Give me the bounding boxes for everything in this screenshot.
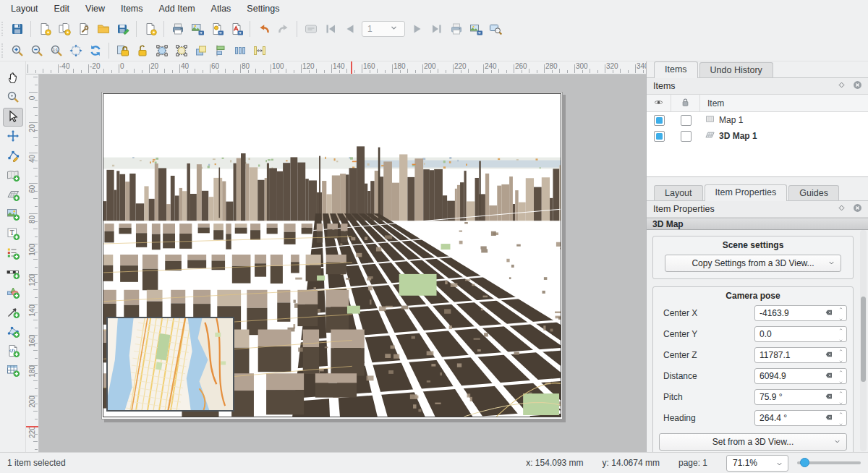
spin-arrows[interactable] [835, 390, 846, 404]
save-project-button[interactable] [7, 20, 27, 38]
clear-button[interactable] [822, 391, 835, 403]
distance-input[interactable] [755, 371, 822, 381]
undo-button[interactable] [254, 20, 273, 38]
zoom-out-button[interactable] [27, 41, 46, 60]
visibility-checkbox[interactable] [654, 131, 665, 142]
lock-checkbox[interactable] [681, 115, 692, 126]
layout-canvas[interactable] [39, 74, 646, 452]
slider-handle[interactable] [800, 458, 809, 467]
add-pages-button[interactable] [140, 20, 160, 38]
pitch-spinbox[interactable] [754, 389, 847, 405]
add-arrow-button[interactable] [3, 303, 23, 322]
print-atlas-button[interactable] [446, 20, 466, 38]
layout-page[interactable] [101, 92, 563, 419]
menu-add-item[interactable]: Add Item [151, 1, 203, 16]
lock-items-button[interactable] [113, 41, 132, 60]
export-pdf-button[interactable] [226, 20, 246, 38]
tab-undo-history[interactable]: Undo History [699, 62, 773, 77]
tab-guides[interactable]: Guides [788, 185, 839, 200]
atlas-next-button[interactable] [407, 20, 427, 38]
move-item-content-button[interactable] [3, 127, 23, 146]
heading-input[interactable] [755, 413, 822, 423]
center-z-input[interactable] [755, 350, 822, 360]
menu-settings[interactable]: Settings [239, 1, 287, 16]
center-y-input[interactable] [755, 329, 835, 339]
redo-button[interactable] [273, 20, 293, 38]
menu-items[interactable]: Items [113, 1, 151, 16]
menu-edit[interactable]: Edit [46, 1, 78, 16]
pitch-input[interactable] [755, 392, 822, 402]
atlas-page-input[interactable] [362, 24, 388, 34]
edit-nodes-item-button[interactable] [3, 147, 23, 166]
export-atlas-button[interactable] [466, 20, 485, 38]
raise-items-button[interactable] [191, 41, 210, 60]
new-layout-button[interactable] [35, 20, 54, 38]
atlas-first-button[interactable] [320, 20, 340, 38]
atlas-previous-button[interactable] [340, 20, 359, 38]
close-panel-button[interactable] [851, 80, 864, 93]
clear-button[interactable] [822, 370, 835, 382]
add-legend-button[interactable] [3, 244, 23, 263]
scrollbar-handle[interactable] [861, 297, 866, 382]
center-x-spinbox[interactable] [754, 305, 847, 321]
clear-button[interactable] [822, 307, 835, 319]
add-attribute-table-button[interactable] [3, 362, 23, 380]
distribute-items-button[interactable] [230, 41, 250, 60]
lock-checkbox[interactable] [681, 131, 692, 142]
add-map-button[interactable] [3, 166, 23, 185]
resize-items-button[interactable] [250, 41, 269, 60]
float-panel-button[interactable] [835, 203, 848, 216]
add-label-button[interactable]: T [3, 225, 23, 244]
unlock-all-button[interactable] [132, 41, 152, 60]
add-3d-map-button[interactable] [3, 186, 23, 205]
save-template-button[interactable] [113, 20, 132, 38]
visibility-checkbox[interactable] [654, 115, 665, 126]
tab-items[interactable]: Items [654, 61, 698, 78]
properties-scrollbar[interactable] [860, 230, 867, 451]
menu-view[interactable]: View [77, 1, 113, 16]
clear-button[interactable] [822, 349, 835, 361]
close-panel-button[interactable] [851, 203, 864, 216]
heading-spinbox[interactable] [754, 410, 847, 426]
zoom-full-button[interactable] [66, 41, 85, 60]
map-item[interactable] [106, 317, 234, 412]
center-z-spinbox[interactable] [754, 347, 847, 363]
menu-atlas[interactable]: Atlas [203, 1, 239, 16]
distance-spinbox[interactable] [754, 368, 847, 384]
zoom-slider[interactable] [797, 456, 861, 470]
menu-layout[interactable]: Layout [3, 1, 46, 16]
duplicate-layout-button[interactable] [54, 20, 74, 38]
spin-arrows[interactable] [835, 306, 846, 320]
pan-tool-button[interactable] [3, 69, 23, 88]
table-row-map1[interactable]: Map 1 [647, 112, 868, 128]
layout-manager-button[interactable] [74, 20, 93, 38]
zoom-actual-button[interactable]: 1:1 [46, 41, 66, 60]
add-picture-button[interactable] [3, 205, 23, 224]
tab-item-properties[interactable]: Item Properties [705, 184, 788, 201]
add-node-item-button[interactable] [3, 323, 23, 341]
atlas-page-combo[interactable] [362, 21, 405, 37]
select-move-item-button[interactable] [3, 108, 23, 127]
clear-button[interactable] [822, 412, 835, 424]
spin-arrows[interactable] [835, 369, 846, 383]
print-button[interactable] [168, 20, 187, 38]
add-scalebar-button[interactable] [3, 264, 23, 283]
spin-arrows[interactable] [835, 327, 846, 341]
add-shape-button[interactable] [3, 284, 23, 302]
align-items-button[interactable] [210, 41, 230, 60]
copy-settings-button[interactable]: Copy Settings from a 3D View... [665, 255, 841, 272]
atlas-last-button[interactable] [427, 20, 446, 38]
export-svg-button[interactable] [207, 20, 226, 38]
deselect-all-button[interactable] [171, 41, 191, 60]
export-image-button[interactable] [187, 20, 207, 38]
select-all-button[interactable] [152, 41, 171, 60]
refresh-button[interactable] [85, 41, 105, 60]
table-row-3dmap1[interactable]: 3D Map 1 [647, 128, 868, 144]
set-from-3d-view-button[interactable]: Set from a 3D View... [659, 433, 847, 451]
zoom-level-combo[interactable]: 71.1% [726, 455, 788, 472]
add-html-button[interactable] [3, 342, 23, 361]
center-x-input[interactable] [755, 308, 822, 318]
load-template-button[interactable] [93, 20, 113, 38]
zoom-tool-button[interactable] [3, 88, 23, 107]
float-panel-button[interactable] [835, 80, 848, 93]
